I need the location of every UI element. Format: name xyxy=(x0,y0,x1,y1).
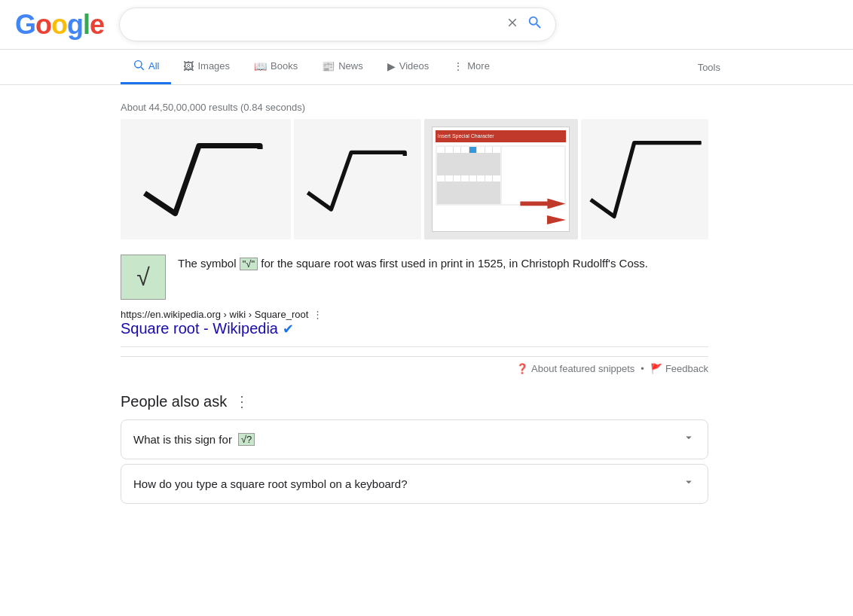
main-content: About 44,50,00,000 results (0.84 seconds… xyxy=(0,85,829,516)
about-snippets-button[interactable]: ❓ About featured snippets xyxy=(516,363,634,374)
tools-button[interactable]: Tools xyxy=(686,53,732,82)
result-title-link[interactable]: Square root - Wikipedia ✔ xyxy=(121,320,708,337)
paa-highlight-1: √? xyxy=(238,433,255,446)
image-result-3[interactable]: Insert Special Character xyxy=(424,119,577,239)
tab-news-label: News xyxy=(338,60,363,72)
search-bar: square root symbol xyxy=(119,8,556,41)
tab-images-label: Images xyxy=(197,60,230,72)
paa-question-2-text: How do you type a square root symbol on … xyxy=(133,477,408,490)
tab-books-label: Books xyxy=(271,60,298,72)
svg-point-0 xyxy=(135,61,142,68)
snippet-footer: ❓ About featured snippets • 🚩 Feedback xyxy=(121,356,708,374)
paa-chevron-1 xyxy=(682,431,696,448)
all-icon xyxy=(133,59,145,73)
result-title-text: Square root - Wikipedia xyxy=(121,320,278,337)
paa-title: People also ask xyxy=(121,393,227,410)
snippet-paragraph: The symbol "√" for the square root was f… xyxy=(178,255,648,273)
header: Google square root symbol xyxy=(0,0,853,50)
news-icon: 📰 xyxy=(322,60,335,72)
result-options-icon[interactable]: ⋮ xyxy=(313,309,323,320)
snippet-content: √ The symbol "√" for the square root was… xyxy=(121,255,708,300)
people-also-ask-section: People also ask ⋮ What is this sign for … xyxy=(121,392,708,504)
result-url-text: https://en.wikipedia.org › wiki › Square… xyxy=(121,309,308,320)
feedback-icon: 🚩 xyxy=(650,363,662,374)
image-result-1[interactable] xyxy=(121,119,291,239)
paa-options-icon[interactable]: ⋮ xyxy=(234,392,249,410)
search-input[interactable]: square root symbol xyxy=(132,18,498,32)
search-nav: All 🖼 Images 📖 Books 📰 News ▶ Videos ⋮ M… xyxy=(0,50,853,85)
paa-item-1[interactable]: What is this sign for √? xyxy=(121,419,708,459)
google-logo[interactable]: Google xyxy=(15,9,104,41)
snippet-thumbnail[interactable]: √ xyxy=(121,255,166,300)
search-button[interactable] xyxy=(527,14,543,35)
question-icon: ❓ xyxy=(516,363,528,374)
svg-marker-2 xyxy=(524,215,566,224)
image-result-4[interactable] xyxy=(581,119,708,239)
tab-all[interactable]: All xyxy=(121,50,171,84)
featured-snippet: √ The symbol "√" for the square root was… xyxy=(121,255,708,374)
snippet-inline-symbol: "√" xyxy=(240,258,258,270)
paa-item-2[interactable]: How do you type a square root symbol on … xyxy=(121,464,708,504)
verified-badge-icon: ✔ xyxy=(283,321,294,337)
tab-images[interactable]: 🖼 Images xyxy=(171,51,242,84)
paa-question-1-text-before: What is this sign for xyxy=(133,433,232,446)
paa-question-2: How do you type a square root symbol on … xyxy=(133,477,408,490)
paa-header: People also ask ⋮ xyxy=(121,392,708,410)
tab-all-label: All xyxy=(148,60,159,72)
tab-more[interactable]: ⋮ More xyxy=(441,51,502,84)
snippet-text-after: for the square root was first used in pr… xyxy=(258,257,648,270)
clear-icon[interactable] xyxy=(506,16,519,33)
paa-chevron-2 xyxy=(682,475,696,492)
books-icon: 📖 xyxy=(254,60,267,72)
svg-line-1 xyxy=(141,67,144,70)
snippet-divider xyxy=(121,346,708,347)
tab-more-label: More xyxy=(467,60,490,72)
tab-books[interactable]: 📖 Books xyxy=(242,51,310,84)
paa-question-1: What is this sign for √? xyxy=(133,433,255,446)
feedback-label: Feedback xyxy=(665,363,708,374)
results-stats: About 44,50,00,000 results (0.84 seconds… xyxy=(121,93,708,119)
image-strip: Insert Special Character xyxy=(121,119,708,239)
tab-videos[interactable]: ▶ Videos xyxy=(375,51,442,84)
videos-icon: ▶ xyxy=(387,60,396,72)
snippet-text-before: The symbol xyxy=(178,257,240,270)
image-result-2[interactable] xyxy=(294,119,421,239)
tab-news[interactable]: 📰 News xyxy=(310,51,375,84)
more-icon: ⋮ xyxy=(453,60,463,72)
result-url-line: https://en.wikipedia.org › wiki › Square… xyxy=(121,309,708,320)
feedback-button[interactable]: 🚩 Feedback xyxy=(650,363,708,374)
about-snippets-label: About featured snippets xyxy=(531,363,634,374)
bullet-separator: • xyxy=(641,363,644,374)
snippet-text-block: The symbol "√" for the square root was f… xyxy=(178,255,648,300)
tab-videos-label: Videos xyxy=(399,60,430,72)
images-icon: 🖼 xyxy=(183,60,194,72)
